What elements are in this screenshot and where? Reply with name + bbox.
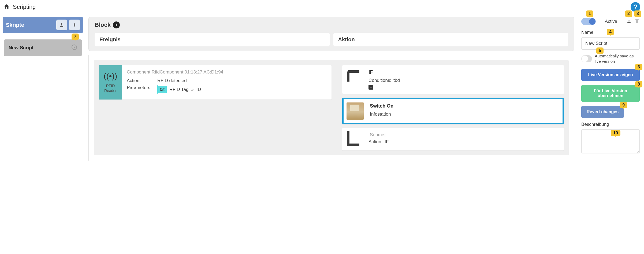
revert-label: Revert changes [587,109,619,114]
source-action-value: IF [385,139,389,145]
chevron-icon: » [191,87,193,92]
switch-on-card[interactable]: Switch On Infostation [342,98,564,124]
name-section: Name 4 [581,30,640,50]
add-block-icon[interactable]: + [113,21,120,28]
autosave-row: Automatically save as live version 5 [581,53,640,64]
callout-1: 1 [586,10,593,17]
param-box[interactable]: txt RFID Tag » ID [157,85,204,94]
callout-2: 2 [625,10,632,17]
source-action-label: Action: [368,139,382,145]
column-headers: Ereignis Aktion [95,33,568,46]
callout-10: 10 [611,130,620,136]
if-bracket-icon [342,65,365,94]
action-column-header: Aktion [333,33,568,46]
event-card[interactable]: ((•)) RFID Reader Component:RfidComponen… [99,65,332,100]
script-list: New Script 7 [3,39,83,56]
rfid-icon: ((•)) [104,72,117,81]
thumbnail-image [347,102,364,120]
source-label: [Source]: [368,132,387,138]
callout-6: 6 [635,64,642,70]
canvas: ((•)) RFID Reader Component:RfidComponen… [88,55,574,161]
panel-action-icons [626,18,640,25]
conditions-value: tbd [393,78,400,83]
description-textarea[interactable] [581,129,640,153]
autosave-toggle[interactable] [581,55,592,62]
callout-4: 4 [607,29,614,35]
param-id: ID [196,87,201,92]
sidebar: Skripte New Script 7 [3,17,83,161]
param-text: RFID Tag [169,87,189,92]
play-icon [71,44,77,51]
download-icon[interactable] [626,18,632,25]
canvas-inner: ((•)) RFID Reader Component:RfidComponen… [94,60,569,155]
trash-icon[interactable] [634,18,640,25]
sidebar-title: Skripte [6,22,24,28]
revert-button[interactable]: Revert changes 9 [581,106,624,118]
block-head: Block + [95,21,568,28]
source-bracket-icon [342,128,365,150]
action-value: RFID detected [157,78,187,83]
adopt-live-button[interactable]: Für Live Version übernehmen 8 [581,85,640,102]
callout-3: 3 [634,10,641,17]
main-layout: Skripte New Script 7 Blo [0,14,644,164]
switch-target: Infostation [370,112,391,117]
event-column: ((•)) RFID Reader Component:RfidComponen… [99,65,332,150]
script-item-label: New Script [9,45,33,51]
active-toggle[interactable] [581,18,596,25]
event-icon-label: RFID Reader [100,83,120,93]
source-body: [Source]: Action: IF [365,128,564,150]
action-column: IF Conditions: tbd − [342,65,564,150]
topbar-left: Scripting [4,3,36,10]
conditions-label: Conditions: [368,78,391,83]
sidebar-header: Skripte [3,17,83,33]
if-card-body: IF Conditions: tbd − [365,65,564,94]
callout-5: 5 [596,47,604,54]
switch-title: Switch On [370,103,559,109]
show-live-button[interactable]: Live Version anzeigen 6 [581,69,640,81]
script-item[interactable]: New Script 7 [4,39,82,56]
source-card[interactable]: [Source]: Action: IF [342,128,564,150]
breadcrumb-title: Scripting [13,3,36,10]
event-card-icon-area: ((•)) RFID Reader [99,65,122,100]
active-label: Active [605,19,617,24]
block-header-box: Block + Ereignis Aktion [88,17,574,51]
adopt-live-label: Für Live Version übernehmen [594,89,627,98]
callout-8: 8 [635,81,642,87]
home-icon[interactable] [4,3,10,10]
sidebar-buttons [56,20,80,30]
action-label: Action: [127,78,154,83]
topbar: Scripting ? [0,0,644,14]
if-title: IF [368,69,561,75]
remove-condition-icon[interactable]: − [368,85,373,90]
switch-body: Switch On Infostation [367,99,563,123]
params-label: Parameters: [127,85,154,94]
show-live-label: Live Version anzeigen [588,72,633,77]
callout-7: 7 [72,34,79,40]
right-panel: 1 2 3 Active Name 4 Automatically save a… [580,17,641,161]
description-section: Beschreibung 10 [581,122,640,154]
name-input[interactable] [581,37,640,50]
param-tag: txt [158,86,167,93]
upload-button[interactable] [56,20,67,30]
switch-thumb [344,99,367,123]
center-area: Block + Ereignis Aktion ((•)) RFID Reade… [88,17,574,161]
if-card[interactable]: IF Conditions: tbd − [342,65,564,94]
autosave-label: Automatically save as live version [595,53,640,64]
event-card-body: Component:RfidComponent:01:13:27:AC:D1:9… [122,65,332,100]
event-column-header: Ereignis [95,33,330,46]
description-label: Beschreibung [581,122,640,127]
callout-9: 9 [620,102,627,108]
add-button[interactable] [69,20,80,30]
active-row: 1 2 3 Active [581,18,640,25]
component-label: Component:RfidComponent:01:13:27:AC:D1:9… [127,69,327,75]
block-title: Block [95,21,111,28]
